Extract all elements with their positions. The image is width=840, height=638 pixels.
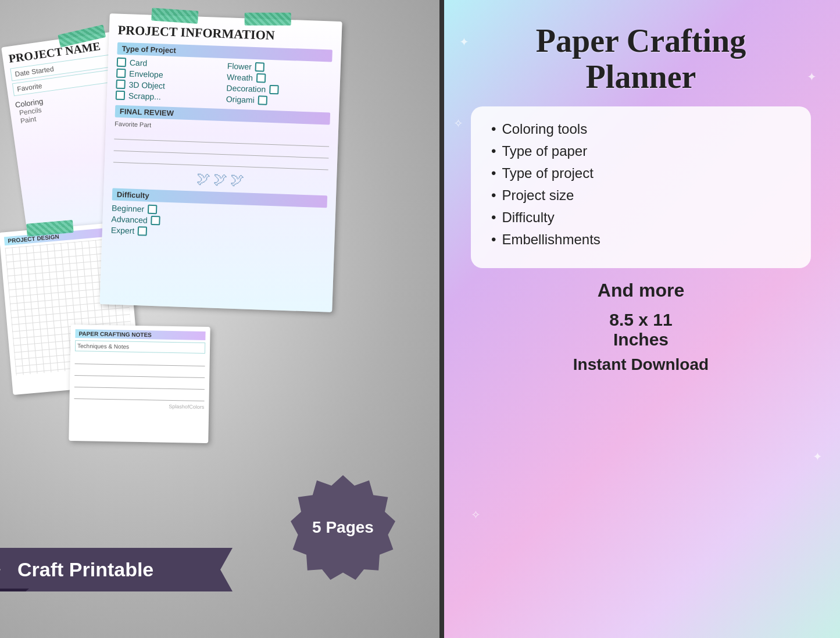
techniques-label: Techniques & Notes [75,340,205,354]
advanced-checkbox [151,216,160,226]
bullet-6: • [491,231,496,248]
origami-item: Origami [226,94,331,107]
feature-label-5: Difficulty [502,209,554,226]
sparkle-2: ✦ [807,70,817,84]
pages-badge: 5 Pages [291,475,395,580]
expert-label: Expert [111,225,135,235]
notes-card: PAPER CRAFTING NOTES Techniques & Notes … [69,325,210,443]
note-line-4 [74,388,205,401]
decoration-checkbox [269,85,279,95]
brand-label: SplashofColors [74,402,204,410]
project-info-card: PROJECT INFORMATION Type of Project Card… [99,13,342,312]
flower-checkbox [255,62,265,72]
craft-banner-tail [0,589,29,603]
wreath-item: Wreath [227,72,331,85]
card-checkbox [117,58,127,67]
bird-1: 🕊 [196,170,211,187]
craft-banner-text: Craft Printable [17,558,153,580]
feature-project-size: • Project size [491,187,791,204]
feature-embellishments: • Embellishments [491,231,791,248]
beginner-checkbox [148,205,158,215]
bird-2: 🕊 [213,171,228,188]
decoration-label: Decoration [226,83,266,94]
left-panel: PROJECT NAME Date Started Favorite Color… [0,0,442,638]
bullet-4: • [491,187,496,204]
feature-label-1: Coloring tools [502,121,587,137]
envelope-item: Envelope [116,69,221,81]
feature-label-3: Type of project [502,165,593,181]
origami-checkbox [258,95,268,105]
bullet-3: • [491,165,496,181]
notes-lines [74,354,205,401]
bird-3: 🕊 [230,172,245,188]
feature-type-of-project: • Type of project [491,165,791,181]
3dobject-label: 3D Object [128,80,165,90]
feature-difficulty: • Difficulty [491,209,791,226]
wreath-checkbox [256,73,266,83]
expert-checkbox [138,226,148,236]
main-title: Paper Crafting Planner [536,23,746,95]
sparkle-4: ✦ [813,450,823,464]
scrapb-item: Scrapp... [116,91,220,104]
3dobject-checkbox [116,80,126,90]
3dobject-item: 3D Object [116,80,220,92]
decoration-item: Decoration [226,83,331,96]
sparkle-1: ✦ [459,35,469,49]
sparkle-5: ✧ [471,508,481,522]
bullet-5: • [491,209,496,226]
origami-label: Origami [226,94,255,105]
project-types-columns: Card Envelope 3D Object Scrapp... Flower [116,58,332,109]
flower-label: Flower [227,61,252,71]
feature-type-of-paper: • Type of paper [491,143,791,159]
envelope-label: Envelope [129,69,163,79]
card-label: Card [130,58,148,67]
scrapb-label: Scrapp... [128,91,162,101]
size-text: 8.5 x 11Inches [609,310,672,350]
beginner-label: Beginner [112,203,145,213]
pages-badge-text: 5 Pages [312,518,374,537]
project-types-right: Flower Wreath Decoration Origami [226,61,332,109]
advanced-label: Advanced [111,214,148,224]
note-line-2 [74,365,205,378]
bullet-1: • [491,121,496,137]
tape-info-2 [245,13,291,26]
and-more-text: And more [598,280,684,301]
card-item: Card [117,58,221,70]
bullet-2: • [491,143,496,159]
project-types-left: Card Envelope 3D Object Scrapp... [116,58,222,105]
feature-label-4: Project size [502,187,574,204]
flower-item: Flower [227,61,332,74]
origami-birds: 🕊 🕊 🕊 [113,167,328,191]
project-info-title: PROJECT INFORMATION [117,23,333,45]
craft-banner-shape: Craft Printable [0,548,233,591]
envelope-checkbox [116,69,126,79]
notes-title: PAPER CRAFTING NOTES [75,329,205,340]
right-panel: ✦ ✦ ✧ ✦ ✧ Paper Crafting Planner • Color… [442,0,840,638]
instant-download-text: Instant Download [573,355,709,374]
note-line-1 [75,354,205,366]
note-line-3 [74,377,205,390]
features-box: • Coloring tools • Type of paper • Type … [471,106,811,268]
feature-label-2: Type of paper [502,143,587,159]
scrapb-checkbox [116,91,126,101]
title-line2: Planner [586,59,696,95]
feature-coloring-tools: • Coloring tools [491,121,791,137]
feature-label-6: Embellishments [502,231,600,248]
sparkle-3: ✧ [453,116,463,130]
wreath-label: Wreath [227,72,253,83]
craft-banner: Craft Printable [0,548,233,591]
tape-info-1 [151,8,198,24]
title-line1: Paper Crafting [536,23,746,59]
panel-divider [439,0,444,638]
